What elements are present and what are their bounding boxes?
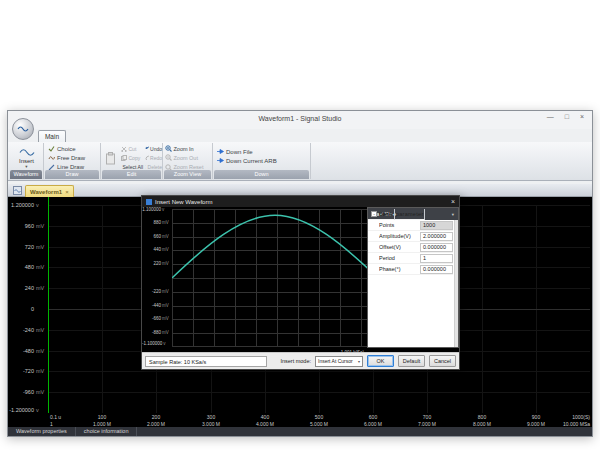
copy-button[interactable]: Copy — [119, 153, 143, 162]
x-tick: 1000(S)10.000 MSa — [540, 414, 590, 428]
ok-button[interactable]: OK — [367, 355, 394, 367]
app-menu-button[interactable] — [12, 118, 34, 140]
y-axis-label: 480mV — [8, 264, 45, 271]
blue-arrow-icon — [217, 158, 224, 163]
chevron-down-icon: ▾ — [358, 359, 360, 364]
cut-button[interactable]: Cut — [119, 144, 143, 153]
param-offset-value[interactable]: 0.000000 — [420, 243, 453, 252]
default-button[interactable]: Default — [398, 355, 425, 367]
group-label-zoom-view: Zoom View — [164, 170, 211, 179]
sample-rate-field[interactable]: Sample Rate: 10 KSa/s — [145, 356, 267, 367]
tab-main[interactable]: Main — [38, 130, 66, 142]
choice-button[interactable]: Choice — [44, 144, 100, 153]
group-waveform: Insert ▾ Waveform — [9, 143, 44, 179]
group-zoom-view: Zoom In Zoom Out Zoom Reset Zoom View — [163, 143, 213, 179]
undo-arrow-icon — [145, 146, 149, 152]
tab-waveform1-label: Waveform1 — [30, 189, 62, 195]
dialog-title: Insert New Waveform — [155, 199, 448, 205]
y-axis-label: -240mV — [8, 327, 45, 334]
free-draw-button[interactable]: Free Draw — [44, 153, 100, 162]
dialog-close-icon[interactable]: × — [451, 198, 455, 205]
dialog-title-bar[interactable]: Insert New Waveform × — [142, 196, 459, 207]
x-tick: 5005.000 M — [292, 414, 346, 428]
cursor-line[interactable] — [48, 197, 49, 413]
document-icon — [13, 186, 22, 195]
param-points-value[interactable]: 1000 — [420, 221, 453, 230]
insert-mode-value: Insert At Cursor — [318, 358, 353, 364]
insert-mode-select[interactable]: Insert At Cursor ▾ — [315, 356, 363, 367]
dialog-y-label: -440mV — [142, 303, 170, 309]
param-amplitude-value[interactable]: 2.000000 — [420, 232, 453, 241]
clipboard-icon — [105, 152, 116, 165]
half-sine-curve — [172, 209, 382, 347]
undo-label: Undo — [150, 146, 162, 152]
dialog-y-label: -220mV — [142, 289, 170, 295]
freehand-curve-icon — [48, 154, 55, 161]
maximize-button[interactable]: □ — [565, 113, 569, 120]
minimize-button[interactable]: — — [547, 113, 554, 120]
parameter-panel: Half Sine ▾ - Basic parameter Points 100… — [367, 207, 459, 348]
y-axis-label: -480mV — [8, 348, 45, 355]
x-tick: 8008.000 M — [455, 414, 509, 428]
free-draw-label: Free Draw — [57, 155, 85, 161]
dialog-y-label: 660mV — [142, 234, 170, 240]
param-row-offset: Offset(V) 0.000000 — [368, 242, 453, 253]
logo-sine-icon — [17, 125, 29, 133]
undo-button[interactable]: Undo — [143, 144, 162, 153]
paste-button[interactable] — [103, 146, 118, 170]
y-axis-label: 0 — [8, 306, 45, 313]
title-bar: Waveform1 - Signal Studio — □ × — [8, 111, 592, 129]
group-edit: Cut Undo Copy Redo — [101, 143, 163, 179]
cancel-button[interactable]: Cancel — [429, 355, 456, 367]
y-axis-label: -1.200000v — [8, 407, 45, 414]
down-current-arb-label: Down Current ARB — [226, 158, 277, 164]
status-bar: Waveform properties choice information — [8, 427, 592, 436]
tab-waveform1[interactable]: Waveform1 × — [25, 185, 74, 197]
redo-arrow-icon — [145, 155, 149, 161]
panel-scrollbar[interactable] — [454, 220, 458, 347]
down-current-arb-button[interactable]: Down Current ARB — [213, 156, 310, 165]
x-tick: 6006.000 M — [346, 414, 400, 428]
scissors-icon — [121, 146, 127, 152]
down-file-label: Down File — [226, 149, 253, 155]
y-axis-label: 960mV — [8, 223, 45, 230]
zoom-out-label: Zoom Out — [174, 155, 198, 161]
collapse-icon[interactable]: - — [371, 211, 377, 217]
close-button[interactable]: × — [580, 113, 584, 120]
group-label-draw: Draw — [45, 170, 99, 179]
sine-wave-icon — [19, 148, 35, 157]
dialog-y-label: -880mV — [142, 330, 170, 336]
param-points-label: Points — [379, 222, 420, 228]
param-group-other[interactable]: - Other — [368, 209, 395, 220]
param-row-points: Points 1000 — [368, 220, 453, 231]
choice-label: Choice — [57, 146, 76, 152]
y-axis-label: -960mV — [8, 389, 45, 396]
redo-button[interactable]: Redo — [143, 153, 162, 162]
dialog-y-label: -1.100000v — [142, 341, 170, 347]
copy-icon — [121, 155, 127, 161]
insert-mode-label: Insert mode: — [280, 358, 311, 364]
x-tick: 3003.000 M — [184, 414, 238, 428]
check-icon — [48, 145, 55, 152]
insert-button[interactable]: Insert ▾ — [12, 145, 41, 171]
edit-items: Cut Undo Copy Redo — [119, 144, 162, 172]
param-row-amplitude: Amplitude(V) 2.000000 — [368, 231, 453, 242]
zoom-in-button[interactable]: Zoom In — [163, 144, 212, 153]
tab-close-icon[interactable]: × — [65, 189, 69, 195]
cut-label: Cut — [129, 146, 137, 152]
zoom-in-label: Zoom In — [174, 146, 194, 152]
y-axis-label: -720mV — [8, 368, 45, 375]
param-period-value[interactable]: 1 — [420, 254, 453, 263]
status-waveform-properties[interactable]: Waveform properties — [8, 427, 76, 436]
status-choice-information[interactable]: choice information — [76, 427, 138, 436]
zoom-out-button[interactable]: Zoom Out — [163, 153, 212, 162]
dialog-bottom-bar: Sample Rate: 10 KSa/s Insert mode: Inser… — [142, 352, 459, 369]
param-phase-label: Phase(°) — [379, 266, 420, 272]
param-row-phase: Phase(°) 0.000000 — [368, 264, 453, 275]
down-file-button[interactable]: Down File — [213, 147, 310, 156]
x-tick: 1001.000 M — [75, 414, 129, 428]
magnifier-minus-icon — [165, 154, 172, 161]
param-group-other-label: Other — [379, 211, 394, 217]
param-phase-value[interactable]: 0.000000 — [420, 265, 453, 274]
y-axis-label: 240mV — [8, 285, 45, 292]
